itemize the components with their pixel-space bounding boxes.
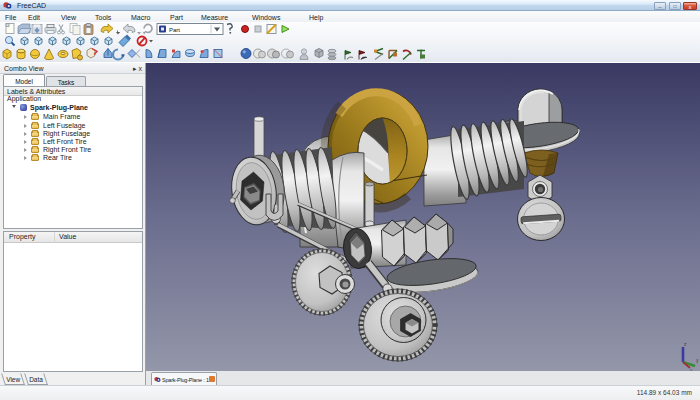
svg-text:Part: Part	[169, 27, 180, 33]
